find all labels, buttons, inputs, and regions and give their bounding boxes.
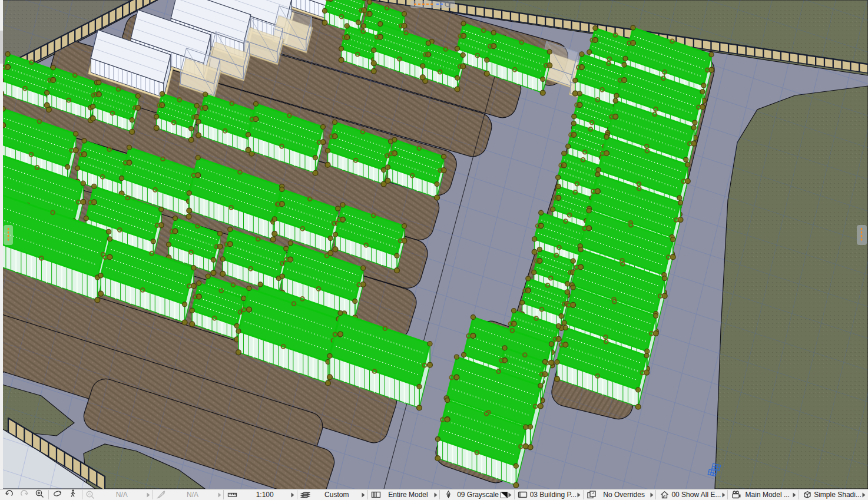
- popup-arrow-icon: [721, 492, 726, 498]
- fit-in-window-label: N/A: [98, 491, 146, 499]
- layers-icon: [299, 489, 313, 500]
- zoom-in-button[interactable]: [32, 489, 47, 500]
- orbit-button[interactable]: [51, 489, 65, 500]
- quick-options-bar: N/AN/A1:100CustomEntire Model09 Grayscal…: [0, 489, 868, 500]
- partial-structure-label: Entire Model: [383, 491, 433, 499]
- quick-option-model-view-options[interactable]: 03 Building P...: [515, 489, 583, 500]
- popup-arrow-icon: [791, 492, 797, 498]
- nav-history-group: [0, 489, 48, 500]
- back-icon: [4, 489, 14, 500]
- renovation-filter-label: 00 Show All E...: [671, 491, 721, 499]
- 3d-style-icon: [800, 489, 814, 500]
- popup-arrow-icon: [290, 492, 296, 498]
- graphic-override-label: No Overrides: [599, 491, 650, 499]
- quick-option-3d-style[interactable]: Simple Shadi...: [799, 489, 868, 500]
- popup-arrow-icon: [508, 492, 513, 498]
- popup-arrow-icon: [217, 492, 222, 498]
- forward-icon: [19, 489, 29, 500]
- quick-option-renovation-filter[interactable]: 00 Show All E...: [656, 489, 727, 500]
- app-window: N/AN/A1:100CustomEntire Model09 Grayscal…: [0, 0, 868, 500]
- popup-arrow-icon: [649, 492, 654, 498]
- model-view-options-icon: [516, 489, 530, 500]
- 3d-viewport[interactable]: [0, 0, 868, 489]
- forward-button[interactable]: [17, 489, 31, 500]
- scale-ruler-label: 1:100: [239, 491, 290, 499]
- design-option-icon: [729, 489, 743, 500]
- quick-option-layers[interactable]: Custom: [297, 489, 367, 500]
- model-view-options-label: 03 Building P...: [530, 491, 577, 499]
- popup-arrow-icon: [146, 492, 151, 498]
- quick-option-partial-structure[interactable]: Entire Model: [368, 489, 440, 500]
- quick-option-scale-ruler[interactable]: 1:100: [224, 489, 297, 500]
- graphic-override-icon: [585, 489, 599, 500]
- popup-arrow-icon: [862, 492, 867, 498]
- zoom-in-icon: [35, 489, 45, 500]
- design-option-label: Main Model ...: [743, 491, 791, 499]
- quick-option-pen-set[interactable]: 09 Grayscale: [440, 489, 513, 500]
- 3d-style-label: Simple Shadi...: [814, 491, 862, 499]
- quick-option-fit-in-window[interactable]: N/A: [82, 489, 153, 500]
- renovation-filter-icon: [657, 489, 671, 500]
- partial-structure-icon: [369, 489, 383, 500]
- navigation-mode-group: [49, 489, 82, 500]
- popup-arrow-icon: [361, 492, 366, 498]
- walk-icon: [68, 489, 78, 500]
- back-button[interactable]: [2, 489, 16, 500]
- quill-label: N/A: [168, 491, 217, 499]
- popup-arrow-icon: [433, 492, 438, 498]
- popup-arrow-icon: [577, 492, 582, 498]
- fit-in-window-icon: [84, 489, 98, 500]
- quick-option-design-option[interactable]: Main Model ...: [728, 489, 798, 500]
- quick-option-graphic-override[interactable]: No Overrides: [584, 489, 656, 500]
- orbit-icon: [52, 489, 62, 500]
- walk-button[interactable]: [66, 489, 80, 500]
- quick-option-quill[interactable]: N/A: [153, 489, 224, 500]
- quill-icon: [154, 489, 168, 500]
- bw-square-icon: [501, 492, 508, 498]
- layers-label: Custom: [313, 491, 361, 499]
- pen-set-label: 09 Grayscale: [455, 491, 500, 499]
- pen-set-icon: [441, 489, 455, 500]
- scale-ruler-icon: [225, 489, 239, 500]
